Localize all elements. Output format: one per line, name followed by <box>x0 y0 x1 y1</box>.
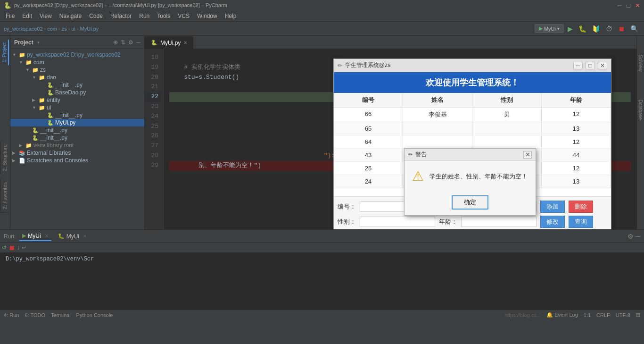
search-everywhere[interactable]: 🔍 <box>628 24 640 34</box>
tree-item-scratches[interactable]: ▶ 📄 Scratches and Consoles <box>10 157 144 164</box>
tree-item-com-init[interactable]: 🐍 __init__.py <box>10 134 144 142</box>
menu-window[interactable]: Window <box>193 12 221 20</box>
menu-refactor[interactable]: Refactor <box>107 12 135 20</box>
line-separator[interactable]: CRLF <box>596 312 610 318</box>
tree-item-com[interactable]: ▼ 📁 com <box>10 59 144 66</box>
indent-icon: ⊞ <box>636 312 640 318</box>
project-header: Project ▾ ⊕ ⇅ ⚙ ─ <box>10 36 144 49</box>
tree-label-basedao: BaseDao.py <box>55 89 86 96</box>
database-tab[interactable]: Database <box>638 100 643 120</box>
py-icon-zs-init: 🐍 <box>32 127 39 134</box>
favorites-side-tab[interactable]: 2: Favorites <box>0 179 9 212</box>
menu-view[interactable]: View <box>36 12 56 20</box>
tree-item-venv[interactable]: ▶ 📁 venv library root <box>10 142 144 149</box>
tree-item-zs-init[interactable]: 🐍 __init__.py <box>10 126 144 134</box>
sciview-tab[interactable]: SciView <box>638 55 643 71</box>
menu-edit[interactable]: Edit <box>18 12 36 20</box>
py-icon-ui-init: 🐍 <box>47 112 54 118</box>
age-input[interactable] <box>461 217 537 227</box>
structure-side-tab[interactable]: 2: Structure <box>0 142 9 174</box>
sort-btn[interactable]: ⇅ <box>121 39 125 46</box>
tree-label-com: com <box>33 59 44 66</box>
editor-tab-myui[interactable]: 🐍 MyUi.py ✕ <box>145 36 193 49</box>
project-label: Project <box>14 39 33 46</box>
menu-navigate[interactable]: Navigate <box>56 12 85 20</box>
bottom-panel: Run: ▶ MyUi ✕ 🐛 MyUi ✕ ⚙ ─ ↺ ⏹ ↓ ↵ D:\py… <box>0 229 644 310</box>
breadcrumb-ui[interactable]: ui <box>71 26 75 32</box>
breadcrumb-zs[interactable]: zs <box>62 26 67 32</box>
wrap-btn[interactable]: ↵ <box>22 244 26 251</box>
query-button[interactable]: 查询 <box>569 216 593 228</box>
run-tab-close-1[interactable]: ✕ <box>45 233 49 238</box>
tree-label-entity: entity <box>47 97 60 103</box>
python-console-status[interactable]: Python Console <box>76 312 113 318</box>
rerun-btn[interactable]: ↺ <box>2 244 7 251</box>
app-maximize-btn[interactable]: □ <box>586 62 595 69</box>
panel-settings-btn[interactable]: ⚙ <box>627 233 634 240</box>
tree-item-dao[interactable]: ▼ 📁 dao <box>10 74 144 81</box>
editor-content[interactable]: 18 19 20 21 22 23 24 25 26 27 28 29 # 实例… <box>145 49 636 229</box>
stop-button[interactable]: ⏹ <box>616 24 627 34</box>
tree-item-root[interactable]: ▼ 📁 py_workspace02 D:\py_workspace02 <box>10 51 144 59</box>
blog-link: https://blog.cs... <box>504 312 541 318</box>
run-button[interactable]: ▶ <box>566 24 575 34</box>
tree-item-ui-init[interactable]: 🐍 __init__.py <box>10 111 144 119</box>
project-dropdown[interactable]: ▾ <box>37 40 40 45</box>
app-minimize-btn[interactable]: ─ <box>573 62 583 69</box>
project-tab[interactable]: 1: Project <box>1 40 9 65</box>
scroll-btn[interactable]: ↓ <box>17 244 20 251</box>
menu-vcs[interactable]: VCS <box>174 12 193 20</box>
event-log[interactable]: 🔔 Event Log <box>546 312 578 318</box>
tree-item-ui[interactable]: ▼ 📁 ui <box>10 104 144 111</box>
edit-button[interactable]: 修改 <box>540 216 565 228</box>
tree-item-entity[interactable]: ▶ 📁 entity <box>10 96 144 104</box>
tree-item-dao-init[interactable]: 🐍 __init__.py <box>10 81 144 89</box>
warning-close-btn[interactable]: ✕ <box>523 151 532 159</box>
folder-icon-entity: 📁 <box>39 97 45 103</box>
breadcrumb-root[interactable]: py_workspace02 <box>4 26 43 32</box>
status-left: 4: Run 6: TODO Terminal Python Console <box>4 312 113 318</box>
debug-button[interactable]: 🐛 <box>577 24 588 34</box>
app-title-icon: ✏ <box>338 62 342 69</box>
delete-button[interactable]: 删除 <box>569 201 593 213</box>
run-label: Run: <box>4 233 16 240</box>
menu-tools[interactable]: Tools <box>153 12 174 20</box>
settings-btn[interactable]: ⚙ <box>128 39 133 46</box>
tree-item-ext[interactable]: ▶ 📚 External Libraries <box>10 149 144 157</box>
tab-close-btn[interactable]: ✕ <box>183 40 187 45</box>
maximize-btn[interactable]: □ <box>627 2 630 9</box>
add-btn[interactable]: ⊕ <box>113 39 118 46</box>
run-tab-myui-2[interactable]: 🐛 MyUi ✕ <box>55 232 90 241</box>
app-close-btn[interactable]: ✕ <box>598 62 607 69</box>
run-tab-myui-1[interactable]: ▶ MyUi ✕ <box>19 232 51 241</box>
run-tab-close-2[interactable]: ✕ <box>83 234 87 239</box>
run-status[interactable]: 4: Run <box>4 312 19 318</box>
add-button[interactable]: 添加 <box>540 201 565 213</box>
tree-item-basedao[interactable]: 🐍 BaseDao.py <box>10 89 144 96</box>
breadcrumb-file[interactable]: MyUi.py <box>80 26 99 32</box>
minimize-btn[interactable]: ─ <box>618 2 622 9</box>
tree-item-myui[interactable]: 🐍 MyUi.py <box>10 119 144 126</box>
menu-help[interactable]: Help <box>221 12 240 20</box>
ok-button[interactable]: 确定 <box>452 195 488 210</box>
coverage-button[interactable]: 🔰 <box>590 24 602 34</box>
menu-run[interactable]: Run <box>135 12 153 20</box>
tree-label-zs: zs <box>40 67 46 73</box>
menu-file[interactable]: File <box>2 12 18 20</box>
encoding[interactable]: UTF-8 <box>616 312 630 318</box>
breadcrumb-com[interactable]: com <box>47 26 57 32</box>
cursor-position[interactable]: 1:1 <box>584 312 591 318</box>
file-tree: ▼ 📁 py_workspace02 D:\py_workspace02 ▼ 📁… <box>10 49 144 229</box>
profile-button[interactable]: ⏱ <box>604 24 614 34</box>
close-btn[interactable]: ✕ <box>635 2 640 9</box>
tree-label: __init__.py <box>55 82 83 88</box>
panel-hide-btn[interactable]: ─ <box>636 233 640 240</box>
stop-run-btn[interactable]: ⏹ <box>8 244 15 252</box>
gender-input[interactable] <box>360 217 435 227</box>
todo-status[interactable]: 6: TODO <box>25 312 45 318</box>
tree-item-zs[interactable]: ▼ 📁 zs <box>10 66 144 74</box>
run-config-selector[interactable]: ▶ MyUi ▾ <box>535 24 564 33</box>
menu-code[interactable]: Code <box>85 12 107 20</box>
minimize-panel-btn[interactable]: ─ <box>136 39 140 46</box>
terminal-status[interactable]: Terminal <box>51 312 71 318</box>
